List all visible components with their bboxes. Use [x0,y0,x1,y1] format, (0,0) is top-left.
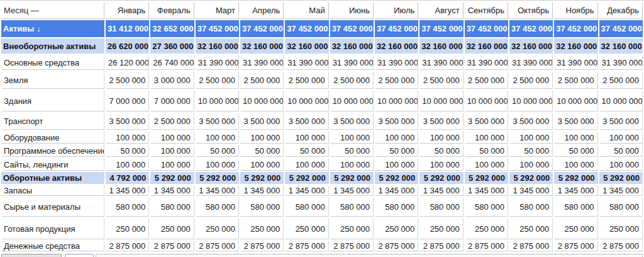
row-label-text: Оборотные активы [3,173,82,183]
table-cell: 100 000 [375,158,418,171]
table-cell: 2 500 000 [375,71,418,89]
table-cell: 250 000 [465,218,508,239]
table-cell: 580 000 [419,197,463,217]
row-label: Сырье и материалы [1,197,104,217]
table-cell: 5 292 000 [330,172,374,184]
table-cell: 10 000 000 [240,90,284,111]
sheet-tab[interactable] [65,254,94,257]
table-cell: 37 452 000 [599,20,643,37]
table-cell: 100 000 [150,131,194,144]
assets-by-month-table: Месяц — ЯнварьФевральМартАпрельМайИюньИю… [0,1,644,253]
table-cell: 2 875 000 [419,241,463,251]
table-cell: 3 500 000 [106,113,149,130]
table-cell: 37 452 000 [419,20,463,37]
table-row: Здания7 000 0007 000 00010 000 00010 000… [1,90,643,111]
table-cell: 5 292 000 [419,172,463,184]
month-header: Июнь [330,2,374,19]
table-cell: 2 500 000 [196,71,239,89]
table-cell: 5 292 000 [375,172,418,184]
table-cell: 32 160 000 [419,38,463,54]
table-cell: 580 000 [465,197,508,217]
table-cell: 50 000 [196,145,239,157]
row-label[interactable]: Активы↓ [1,20,104,37]
table-cell: 250 000 [375,218,418,239]
table-cell: 100 000 [240,158,284,171]
table-cell: 37 452 000 [240,20,284,37]
table-cell: 1 345 000 [599,185,643,196]
table-cell: 100 000 [465,131,508,144]
table-cell: 1 345 000 [465,185,508,196]
table-row: Земля2 500 0003 000 0002 500 0002 500 00… [1,71,643,89]
table-cell: 37 452 000 [330,20,374,37]
table-cell: 27 360 000 [150,38,194,54]
table-cell: 10 000 000 [465,90,508,111]
table-cell: 580 000 [196,197,239,217]
table-cell: 2 500 000 [240,71,284,89]
table-cell: 50 000 [285,145,328,157]
table-cell: 32 160 000 [554,38,597,54]
table-cell: 100 000 [509,158,553,171]
table-cell: 3 500 000 [375,113,418,130]
table-cell: 50 000 [330,145,374,157]
table-cell: 2 875 000 [240,241,284,251]
table-cell: 250 000 [285,218,328,239]
scrollbar-left-segment[interactable] [1,254,62,257]
table-cell: 100 000 [106,158,149,171]
table-cell: 580 000 [554,197,597,217]
table-cell: 5 292 000 [196,172,239,184]
table-cell: 32 160 000 [465,38,508,54]
table-row: Сайты, лендинги100 000100 000100 000100 … [1,158,643,171]
table-cell: 100 000 [419,131,463,144]
horizontal-scrollbar-track[interactable] [96,254,643,257]
table-cell: 32 160 000 [330,38,374,54]
row-label: Основные средства [1,55,104,70]
table-cell: 2 875 000 [196,241,239,251]
table-cell: 100 000 [419,158,463,171]
table-cell: 2 500 000 [330,71,374,89]
table-cell: 37 452 000 [196,20,239,37]
table-cell: 32 160 000 [599,38,643,54]
table-cell: 3 000 000 [150,71,194,89]
table-cell: 580 000 [509,197,553,217]
month-header: Май [285,2,328,19]
table-cell: 2 875 000 [106,241,149,251]
table-cell: 5 292 000 [285,172,328,184]
table-cell: 10 000 000 [419,90,463,111]
table-cell: 37 452 000 [465,20,508,37]
row-label-text: Внеоборотные активы [3,42,96,51]
table-cell: 2 875 000 [509,241,553,251]
table-cell: 31 390 000 [285,55,328,70]
table-cell: 100 000 [599,131,643,144]
table-cell: 31 390 000 [240,55,284,70]
table-cell: 32 652 000 [150,20,194,37]
table-cell: 100 000 [465,158,508,171]
month-header: Октябрь [509,2,553,19]
table-cell: 32 160 000 [509,38,553,54]
bottom-bar [0,253,644,257]
table-cell: 50 000 [554,145,597,157]
table-cell: 31 390 000 [330,55,374,70]
table-cell: 1 345 000 [330,185,374,196]
table-cell: 5 292 000 [150,172,194,184]
table-cell: 2 500 000 [419,71,463,89]
table-cell: 580 000 [599,197,643,217]
month-header: Ноябрь [554,2,597,19]
table-cell: 26 120 000 [106,55,149,70]
table-cell: 100 000 [599,158,643,171]
table-cell: 3 500 000 [599,113,643,130]
table-cell: 250 000 [196,218,239,239]
row-label: Запасы [1,185,104,196]
table-cell: 100 000 [106,131,149,144]
table-cell: 580 000 [375,197,418,217]
table-cell: 250 000 [240,218,284,239]
row-label-text: Запасы [4,186,32,195]
table-cell: 2 500 000 [465,71,508,89]
table-cell: 50 000 [240,145,284,157]
table-cell: 100 000 [150,158,194,171]
table-row: Программное обеспечение50 000100 00050 0… [1,145,643,157]
row-label: Транспорт [1,113,104,130]
row-label-text: Программное обеспечение [4,146,104,156]
table-cell: 10 000 000 [375,90,418,111]
table-cell: 100 000 [285,158,328,171]
row-label: Внеоборотные активы [1,38,104,54]
